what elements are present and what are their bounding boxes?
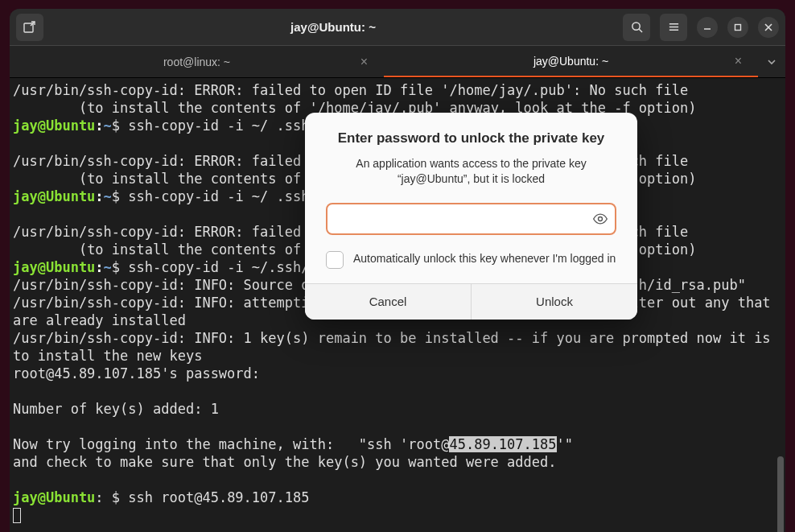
password-input[interactable] [326, 203, 616, 235]
prompt-path: ~ [104, 259, 112, 275]
terminal-line: /usr/bin/ssh-copy-id: ERROR: failed to o… [13, 82, 688, 98]
terminal-line: Now try logging into the machine, with: … [13, 436, 449, 452]
chevron-down-icon [767, 57, 776, 67]
terminal-line: Number of key(s) added: 1 [13, 401, 219, 417]
close-button[interactable] [758, 17, 779, 38]
highlighted-ip: 45.89.107.185 [449, 436, 556, 452]
toggle-visibility-button[interactable] [592, 211, 608, 227]
scrollbar-thumb[interactable] [777, 456, 784, 532]
eye-icon [592, 211, 608, 227]
svg-point-11 [599, 217, 603, 221]
terminal-cmd: ssh root@45.89.107.185 [128, 489, 309, 505]
dialog-title: Enter password to unlock the private key [326, 130, 616, 146]
prompt-user: jay@Ubuntu [13, 188, 95, 204]
tab-dropdown-button[interactable] [758, 46, 785, 77]
svg-rect-8 [735, 24, 741, 30]
prompt-user: jay@Ubuntu [13, 489, 95, 505]
tab-2[interactable]: jay@Ubuntu: ~ × [384, 46, 758, 77]
minimize-button[interactable] [697, 17, 718, 38]
tab-close-button[interactable]: × [735, 54, 742, 68]
auto-unlock-checkbox[interactable] [326, 251, 344, 269]
prompt-colon: : [95, 118, 103, 134]
search-button[interactable] [623, 14, 650, 41]
prompt-path: ~ [104, 188, 112, 204]
search-icon [631, 21, 643, 33]
hamburger-icon [668, 21, 680, 33]
tab-label: root@linux: ~ [163, 56, 230, 68]
terminal-cmd: : $ [95, 489, 128, 505]
tab-1[interactable]: root@linux: ~ × [10, 46, 384, 77]
svg-line-3 [639, 29, 642, 32]
prompt-colon: : [95, 188, 103, 204]
prompt-user: jay@Ubuntu [13, 259, 95, 275]
cancel-button[interactable]: Cancel [305, 284, 472, 320]
terminal-line: root@45.89.107.185's password: [13, 365, 260, 381]
prompt-path: ~ [104, 118, 112, 134]
minimize-icon [703, 23, 711, 31]
terminal-cursor [13, 508, 21, 523]
tab-label: jay@Ubuntu: ~ [533, 55, 608, 68]
prompt-user: jay@Ubuntu [13, 118, 95, 134]
close-icon [764, 23, 772, 31]
unlock-key-dialog: Enter password to unlock the private key… [305, 113, 637, 320]
maximize-button[interactable] [727, 17, 748, 38]
dialog-subtitle: An application wants access to the priva… [326, 156, 616, 187]
tabbar: root@linux: ~ × jay@Ubuntu: ~ × [10, 46, 785, 78]
auto-unlock-label: Automatically unlock this key whenever I… [353, 251, 616, 266]
titlebar: jay@Ubuntu: ~ [10, 9, 785, 46]
window-title: jay@Ubuntu: ~ [290, 20, 376, 34]
terminal-line: /usr/bin/ssh-copy-id: INFO: 1 key(s) rem… [13, 330, 779, 364]
menu-button[interactable] [660, 14, 687, 41]
unlock-button[interactable]: Unlock [472, 284, 637, 320]
new-tab-button[interactable] [16, 14, 43, 41]
prompt-colon: : [95, 259, 103, 275]
tab-close-button[interactable]: × [360, 55, 368, 69]
terminal-line: and check to make sure that only the key… [13, 454, 557, 470]
terminal-line: '" [557, 436, 573, 452]
maximize-icon [734, 23, 742, 31]
new-tab-icon [23, 21, 36, 34]
svg-point-2 [632, 23, 639, 30]
